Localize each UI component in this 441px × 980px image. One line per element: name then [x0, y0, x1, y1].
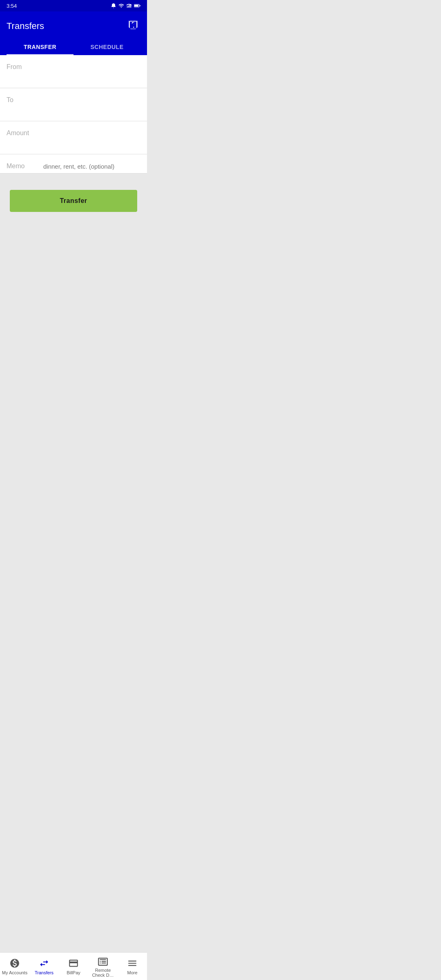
amount-input[interactable]	[7, 142, 140, 151]
app-header: Transfers TRANSFER SCHEDULE	[0, 11, 147, 55]
page-title: Transfers	[7, 21, 44, 31]
tab-bar: TRANSFER SCHEDULE	[7, 39, 140, 55]
transfer-form: From To Amount Memo	[0, 55, 147, 174]
tab-schedule[interactable]: SCHEDULE	[74, 39, 140, 55]
status-time: 3:54	[7, 3, 17, 9]
transfer-button[interactable]: Transfer	[10, 190, 137, 212]
status-bar: 3:54	[0, 0, 147, 11]
memo-label: Memo	[7, 163, 43, 170]
memo-field-container: Memo	[0, 154, 147, 174]
content-area: Transfer	[0, 174, 147, 386]
amount-label: Amount	[7, 129, 140, 142]
svg-rect-5	[134, 5, 138, 7]
tab-transfer[interactable]: TRANSFER	[7, 39, 74, 55]
svg-rect-0	[127, 6, 128, 8]
from-field-container: From	[0, 55, 147, 88]
wifi-icon	[118, 3, 124, 9]
help-icon	[127, 20, 139, 31]
battery-icon	[134, 4, 140, 8]
svg-rect-6	[140, 5, 140, 7]
to-field-container: To	[0, 88, 147, 121]
signal-icon	[126, 3, 132, 9]
status-icons	[111, 3, 140, 9]
memo-input[interactable]	[43, 163, 140, 170]
help-button[interactable]	[126, 18, 140, 34]
from-input[interactable]	[7, 76, 140, 85]
amount-field-container: Amount	[0, 121, 147, 154]
svg-rect-2	[129, 5, 130, 8]
notification-icon	[111, 3, 116, 9]
from-label: From	[7, 63, 140, 76]
svg-rect-3	[131, 4, 131, 8]
to-label: To	[7, 96, 140, 109]
to-input[interactable]	[7, 109, 140, 118]
svg-rect-1	[128, 5, 129, 7]
